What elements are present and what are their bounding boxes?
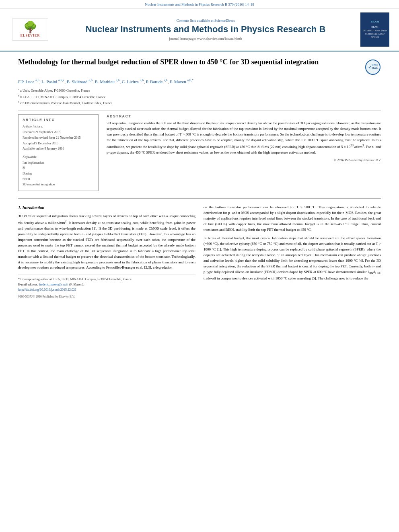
article-title-text: Methodology for thermal budget reduction… — [18, 58, 361, 67]
crossmark-section: ✓CrossMark — [365, 60, 381, 75]
keyword-5: 3D sequential integration — [23, 182, 94, 187]
keywords-title: Keywords: — [23, 155, 94, 159]
footnote-copyright: 0168-583X/© 2016 Published by Elsevier B… — [18, 294, 195, 299]
accepted-date: Accepted 9 December 2015 — [23, 141, 94, 146]
author-fp-luce: F.P. Luce — [18, 79, 34, 84]
journal-citation-bar: Nuclear Instruments and Methods in Physi… — [0, 0, 399, 8]
body-two-col: 1. Introduction 3D VLSI or sequential in… — [18, 205, 381, 299]
intro-paragraph-1: 3D VLSI or sequential integration allows… — [18, 214, 195, 271]
author-f-mazen: F. Mazen — [170, 79, 186, 84]
footnote-doi[interactable]: http://dx.doi.org/10.1016/j.nimb.2015.12… — [18, 288, 195, 293]
keyword-3: Doping — [23, 171, 94, 177]
affiliation-c: c c STMicroelectronics, 850 rue Jean Mon… — [18, 100, 381, 106]
footnote-section: * Corresponding author at: CEA, LETI, MI… — [18, 275, 195, 299]
article-info-column: ARTICLE INFO Article history: Received 2… — [18, 114, 99, 195]
body-col-left: 1. Introduction 3D VLSI or sequential in… — [18, 205, 195, 299]
where-highlight: where — [285, 138, 294, 142]
author-l-pasini: L. Pasini — [41, 79, 57, 84]
journal-logo-section: 🌳 ELSEVIER — [8, 18, 52, 41]
beam-cover-title: BEAM — [371, 20, 379, 24]
article-info-box: ARTICLE INFO Article history: Received 2… — [18, 114, 99, 191]
divider-2 — [18, 198, 381, 199]
email-link[interactable]: frederic.mazen@cea.fr — [39, 283, 68, 286]
available-online-date: Available online 8 January 2016 — [23, 146, 94, 152]
beam-cover-subtitle: BEAM INTERACTIONS WITH MATERIALS AND ATO… — [362, 25, 387, 39]
keyword-4: SPER — [23, 177, 94, 182]
intro-paragraph-3: In terms of thermal budget, the most cri… — [204, 236, 381, 281]
elsevier-text: ELSEVIER — [21, 34, 40, 37]
beam-cover: BEAM BEAM INTERACTIONS WITH MATERIALS AN… — [360, 12, 389, 47]
keywords-section: Keywords: Ion implantation Si Doping SPE… — [23, 155, 94, 187]
author-b-sklenard: B. Sklénard — [67, 79, 88, 84]
affiliation-b: b b CEA, LETI, MINATEC Campus, F-38054 G… — [18, 94, 381, 100]
sciencedirect-link[interactable]: Contents lists available at ScienceDirec… — [56, 18, 355, 23]
journal-homepage: journal homepage: www.elsevier.com/locat… — [56, 37, 355, 41]
abstract-title: ABSTRACT — [107, 114, 381, 118]
received-date: Received 21 September 2015 — [23, 129, 94, 135]
keyword-2: Si — [23, 165, 94, 171]
article-info-title: ARTICLE INFO — [23, 118, 94, 122]
divider-1 — [18, 111, 381, 111]
journal-title-section: Contents lists available at ScienceDirec… — [56, 18, 355, 40]
crossmark-badge: ✓CrossMark — [365, 60, 380, 75]
received-revised-date: Received in revised form 21 November 201… — [23, 135, 94, 141]
authors-line: F.P. Luce a,b, L. Pasini a,b,c, B. Sklén… — [18, 78, 381, 85]
info-abstract-section: ARTICLE INFO Article history: Received 2… — [18, 114, 381, 195]
elsevier-logo: 🌳 ELSEVIER — [12, 18, 48, 41]
article-title-section: Methodology for thermal budget reduction… — [18, 58, 381, 75]
abstract-copyright: © 2016 Published by Elsevier B.V. — [107, 158, 381, 162]
intro-paragraph-2: on the bottom transistor performance can… — [204, 205, 381, 233]
journal-header: 🌳 ELSEVIER Contents lists available at S… — [0, 8, 399, 51]
body-content: 1. Introduction 3D VLSI or sequential in… — [18, 205, 381, 299]
main-content: Methodology for thermal budget reduction… — [0, 51, 399, 307]
elsevier-tree-icon: 🌳 — [23, 22, 37, 33]
abstract-column: ABSTRACT 3D sequential integration enabl… — [107, 114, 381, 195]
body-col-right: on the bottom transistor performance can… — [204, 205, 381, 299]
journal-title: Nuclear Instruments and Methods in Physi… — [56, 24, 355, 35]
author-b-mathieu: B. Mathieu — [95, 79, 115, 84]
author-p-batude: P. Batude — [146, 79, 163, 84]
footnote-corresponding: * Corresponding author at: CEA, LETI, MI… — [18, 277, 195, 282]
citation-text: Nuclear Instruments and Methods in Physi… — [145, 2, 254, 6]
article-history-title: Article history: — [23, 124, 94, 128]
affiliation-a: a a Univ. Grenoble Alpes, F-38000 Grenob… — [18, 87, 381, 93]
journal-cover-image: BEAM BEAM INTERACTIONS WITH MATERIALS AN… — [359, 12, 391, 47]
footnote-email: E-mail address: frederic.mazen@cea.fr (F… — [18, 282, 195, 288]
author-c-licitra: C. Licitra — [122, 79, 139, 84]
affiliations: a a Univ. Grenoble Alpes, F-38000 Grenob… — [18, 87, 381, 106]
keyword-1: Ion implantation — [23, 160, 94, 166]
intro-heading: 1. Introduction — [18, 205, 195, 211]
abstract-text: 3D sequential integration enables the fu… — [107, 121, 381, 156]
